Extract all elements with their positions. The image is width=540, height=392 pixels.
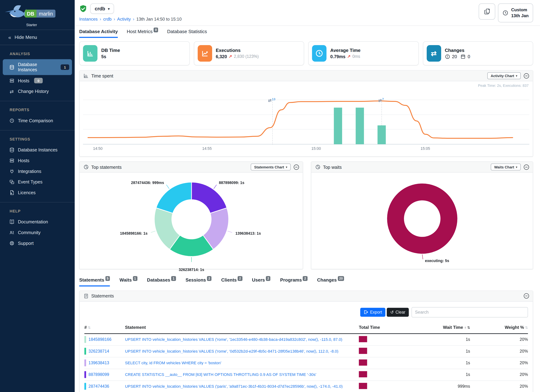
sort-icon: ⇅: [525, 326, 528, 329]
table-row: 139638413 SELECT city, id FROM vehicles …: [84, 357, 528, 369]
svg-text:887898099: 1s: 887898099: 1s: [219, 181, 244, 185]
statement-sql-link[interactable]: SELECT city, id FROM vehicles WHERE city…: [125, 361, 221, 365]
statement-sql-link[interactable]: CREATE STATISTICS __auto__ FROM [63] WIT…: [125, 372, 316, 377]
change-marker[interactable]: ⇄13: [268, 99, 275, 103]
statement-sql-link[interactable]: UPSERT INTO vehicle_location_histories V…: [125, 337, 342, 342]
collapse-panel-button[interactable]: [294, 164, 299, 170]
main-content: crdb ▾ Instances › crdb › Activity › 13t…: [75, 0, 540, 392]
card-title: Executions: [216, 48, 259, 53]
people-icon: [9, 230, 15, 235]
panel-title: Top statements: [91, 164, 122, 169]
collapse-panel-button[interactable]: [524, 164, 530, 170]
col-header-weight[interactable]: Weight %⇅: [470, 325, 528, 330]
count-badge: 0: [34, 78, 43, 83]
tab-waits[interactable]: Waits1: [120, 278, 138, 286]
instance-selector[interactable]: crdb ▾: [90, 3, 114, 14]
sidebar-item-hosts[interactable]: Hosts 0: [0, 75, 75, 86]
waits-chart-select[interactable]: Waits Chart ▾: [491, 164, 521, 170]
sidebar-item-change-history[interactable]: ⇄ Change History: [0, 86, 75, 97]
logo: DB marlin Starter: [0, 0, 75, 30]
tab-changes[interactable]: Changes20: [317, 278, 344, 286]
copy-icon: [484, 8, 490, 15]
tab-badge: 1: [133, 276, 138, 281]
copy-button[interactable]: [479, 3, 495, 20]
statement-sql-link[interactable]: UPSERT INTO vehicle_location_histories V…: [125, 384, 343, 388]
svg-text:14:55: 14:55: [202, 146, 212, 150]
card-title: DB Time: [101, 48, 120, 53]
table-row: 326238714 UPSERT INTO vehicle_location_h…: [84, 345, 528, 357]
tab-database-activity[interactable]: Database Activity: [79, 29, 118, 38]
sidebar-item-event-types[interactable]: Event Types: [0, 177, 75, 187]
breadcrumb: Instances › crdb › Activity › 13th Jan 1…: [79, 17, 182, 22]
tab-statements[interactable]: Statements5: [79, 278, 110, 286]
svg-text:1845898166: 1s: 1845898166: 1s: [120, 231, 148, 235]
chart-select-label: Statements Chart: [254, 165, 284, 169]
tab-sessions[interactable]: Sessions2: [185, 278, 211, 286]
tab-databases[interactable]: Databases1: [147, 278, 176, 286]
top-waits-chart[interactable]: executing: 5s: [311, 173, 533, 269]
wait-time-value: 1s: [418, 372, 470, 377]
edition-label: Starter: [26, 23, 72, 27]
tab-label: Waits: [120, 278, 132, 283]
weight-value: 20%: [470, 337, 528, 342]
statement-id-link[interactable]: 287474436: [88, 384, 109, 389]
col-header-num[interactable]: #⇅: [84, 325, 125, 330]
server-icon: [9, 158, 15, 163]
sidebar-item-label: Change History: [18, 89, 49, 94]
tab-badge: 2: [266, 276, 270, 281]
sidebar-item-time-comparison[interactable]: Time Comparison: [0, 115, 75, 126]
tab-clients[interactable]: Clients2: [221, 278, 242, 286]
statement-id-link[interactable]: 1845898166: [88, 337, 111, 342]
collapse-panel-button[interactable]: [524, 73, 530, 79]
sidebar-item-hosts-settings[interactable]: Hosts: [0, 155, 75, 166]
topbar: crdb ▾ Instances › crdb › Activity › 13t…: [75, 0, 540, 26]
export-label: Export: [370, 310, 382, 314]
col-header-total-time[interactable]: Total Time: [359, 325, 418, 330]
tab-badge: 5: [105, 276, 110, 281]
tab-host-metrics[interactable]: Host Metrics0: [127, 29, 158, 38]
sidebar-item-database-instances[interactable]: Database Instances 1: [3, 59, 72, 75]
svg-text:139638413: 1s: 139638413: 1s: [235, 231, 261, 235]
search-input[interactable]: [412, 307, 528, 317]
hide-menu-button[interactable]: « Hide Menu: [0, 30, 75, 45]
line-chart-icon: [197, 45, 212, 62]
chevron-down-icon: ▾: [516, 74, 517, 77]
col-header-wait-time[interactable]: Wait Time↑⇅: [418, 325, 470, 330]
statement-id-link[interactable]: 326238714: [88, 349, 109, 353]
breadcrumb-link-activity[interactable]: Activity: [117, 17, 131, 22]
sidebar-item-licences[interactable]: Licences: [0, 187, 75, 198]
count-badge: 1: [61, 65, 69, 70]
col-header-statement[interactable]: Statement: [125, 325, 359, 330]
section-title-reports: REPORTS: [0, 103, 75, 115]
clear-label: Clear: [395, 310, 405, 314]
sidebar-item-support[interactable]: Support: [0, 238, 75, 249]
tab-badge: 0: [154, 28, 158, 32]
sidebar-item-database-instances-settings[interactable]: Database Instances: [0, 145, 75, 155]
tab-programs[interactable]: Programs2: [280, 278, 308, 286]
statement-id-link[interactable]: 139638413: [88, 361, 109, 365]
time-range-button[interactable]: Custom 13th Jan: [498, 3, 533, 22]
tab-badge: 2: [207, 276, 212, 281]
collapse-icon: «: [8, 34, 11, 40]
change-marker[interactable]: ⇄7: [378, 99, 384, 103]
statements-chart-select[interactable]: Statements Chart ▾: [251, 164, 290, 170]
clear-button[interactable]: ↺ Clear: [387, 308, 409, 317]
tab-database-statistics[interactable]: Database Statistics: [167, 29, 207, 38]
activity-chart-select[interactable]: Activity Chart ▾: [487, 72, 521, 79]
marlin-fish-icon: [4, 3, 27, 21]
tab-users[interactable]: Users2: [252, 278, 270, 286]
top-statements-chart[interactable]: 887898099: 1s139638413: 1s326238714: 1s1…: [80, 173, 303, 269]
sidebar-item-community[interactable]: Community: [0, 227, 75, 238]
breadcrumb-link-crdb[interactable]: crdb: [103, 17, 111, 22]
time-spent-chart[interactable]: 14:5014:5515:0015:05 Peak Time: 2s, Exec…: [80, 81, 533, 156]
statement-sql-link[interactable]: UPSERT INTO vehicle_location_histories V…: [125, 349, 338, 353]
calendar-icon: [460, 54, 466, 59]
collapse-panel-button[interactable]: [524, 293, 530, 299]
statement-id-link[interactable]: 887898099: [88, 372, 109, 377]
journal-icon: [84, 293, 88, 298]
chevron-right-icon: ›: [114, 17, 115, 22]
sidebar-item-documentation[interactable]: Documentation: [0, 217, 75, 227]
sidebar-item-integrations[interactable]: Integrations: [0, 166, 75, 177]
export-button[interactable]: Export: [360, 308, 385, 317]
breadcrumb-link-instances[interactable]: Instances: [79, 17, 98, 22]
